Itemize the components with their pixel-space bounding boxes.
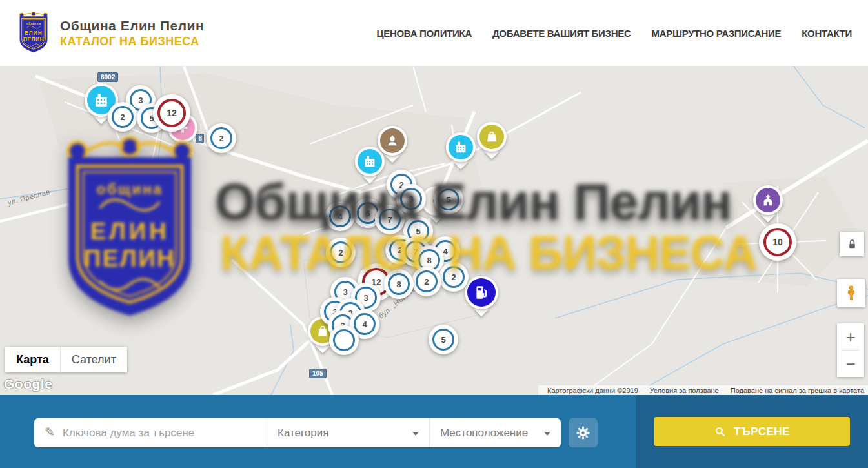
cluster-marker[interactable]: 5 — [429, 325, 458, 354]
gear-icon — [576, 425, 590, 440]
bag-icon — [479, 125, 504, 149]
cluster-marker[interactable]: 2 — [412, 267, 441, 296]
cluster-marker[interactable]: 2 — [207, 123, 236, 153]
pegman-icon — [843, 285, 860, 301]
cluster-marker[interactable]: 10 — [759, 223, 796, 261]
category-select[interactable]: Категория — [267, 418, 429, 447]
zoom-out-button[interactable]: − — [837, 351, 864, 377]
google-logo[interactable]: Google — [4, 376, 52, 392]
lock-button[interactable] — [840, 232, 864, 256]
satellite-view-button[interactable]: Сателит — [60, 347, 127, 372]
cluster-marker[interactable]: 2 — [108, 102, 137, 132]
site-subtitle: КАТАЛОГ НА БИЗНЕСА — [60, 35, 204, 48]
search-bar: ТЪРСЕНЕ ✎ Категория Местоположение — [0, 395, 868, 468]
settings-button[interactable] — [569, 418, 598, 447]
svg-text:община: община — [26, 21, 41, 25]
nav-item[interactable]: ЦЕНОВА ПОЛИТИКА — [377, 28, 472, 39]
cluster-marker[interactable]: 2 — [326, 238, 356, 267]
business-markers: 32512223564752274822128333834510 — [0, 66, 868, 395]
svg-text:ПЕЛИН: ПЕЛИН — [23, 36, 44, 43]
map-canvas[interactable]: ул. Преславбул. „Новоселци" 80028105 325… — [0, 66, 868, 395]
nav-item[interactable]: КОНТАКТИ — [802, 28, 852, 39]
factory-icon — [449, 135, 473, 159]
lock-icon — [847, 239, 858, 250]
map-attribution: Картографски данни ©2019 Условия за полз… — [538, 385, 868, 395]
svg-text:ЕЛИН: ЕЛИН — [25, 30, 43, 36]
bag-pin[interactable] — [477, 122, 507, 152]
map-type-control: Карта Сателит — [5, 347, 127, 372]
search-action-panel: ТЪРСЕНЕ — [636, 395, 868, 468]
site-title: Община Елин Пелин — [60, 18, 204, 34]
map-view-button[interactable]: Карта — [5, 347, 60, 372]
zoom-in-button[interactable]: + — [837, 323, 864, 350]
pencil-icon: ✎ — [45, 425, 55, 440]
fuel-icon — [467, 278, 496, 307]
main-nav: ЦЕНОВА ПОЛИТИКАДОБАВЕТЕ ВАШИЯТ БИЗНЕСМАР… — [377, 28, 852, 39]
location-select[interactable]: Местоположение — [429, 418, 561, 447]
zoom-control: + − — [837, 323, 864, 377]
search-fields: ✎ Категория Местоположение — [34, 418, 561, 447]
search-icon — [714, 425, 726, 438]
page: община ЕЛИН ПЕЛИН Община Елин Пелин КАТА… — [0, 0, 868, 468]
cluster-marker[interactable]: 12 — [153, 94, 190, 132]
chevron-down-icon — [544, 432, 550, 436]
nav-item[interactable]: МАРШРУТНО РАЗПИСАНИЕ — [651, 28, 781, 39]
church-pin[interactable] — [753, 185, 783, 215]
municipality-crest-icon: община ЕЛИН ПЕЛИН — [16, 12, 51, 54]
fuel-pin[interactable] — [465, 276, 498, 309]
cluster-marker[interactable]: 8 — [384, 269, 414, 299]
worker-icon — [380, 128, 405, 153]
chevron-down-icon — [412, 432, 419, 436]
cluster-marker[interactable]: 5 — [434, 185, 463, 214]
terms-link[interactable]: Условия за ползване — [650, 387, 719, 394]
site-logo[interactable]: община ЕЛИН ПЕЛИН Община Елин Пелин КАТА… — [16, 12, 204, 54]
report-error-link[interactable]: Подаване на сигнал за грешка в картата — [731, 387, 864, 394]
keyword-input[interactable] — [63, 427, 256, 440]
factory-pin[interactable] — [446, 132, 476, 162]
street-view-pegman[interactable] — [837, 279, 865, 307]
search-button[interactable]: ТЪРСЕНЕ — [654, 417, 850, 446]
church-icon — [756, 188, 780, 212]
nav-item[interactable]: ДОБАВЕТЕ ВАШИЯТ БИЗНЕС — [492, 28, 631, 39]
header: община ЕЛИН ПЕЛИН Община Елин Пелин КАТА… — [0, 0, 868, 66]
worker-pin[interactable] — [378, 126, 407, 156]
keyword-field: ✎ — [34, 418, 267, 447]
map-copyright: Картографски данни ©2019 — [547, 387, 638, 394]
cluster-marker[interactable]: 4 — [325, 201, 355, 231]
cluster-marker[interactable]: 2 — [439, 262, 469, 292]
cluster-marker[interactable] — [329, 325, 359, 355]
cluster-marker[interactable]: 7 — [375, 205, 405, 234]
